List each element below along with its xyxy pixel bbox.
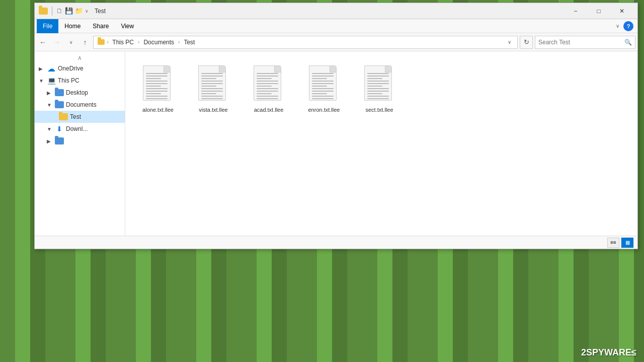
sidebar-scroll-up[interactable]: ∧ [35, 53, 125, 62]
sidebar-label-documents: Documents [66, 101, 97, 108]
nav-down-arrow[interactable]: ∨ [65, 36, 77, 48]
sidebar-item-downloads[interactable]: ▼ ⬇ Downl... [35, 123, 125, 135]
file-icon-vista [198, 65, 228, 103]
main-content: ∧ ▶ ☁ OneDrive ▼ 💻 This PC ▶ Desktop [35, 51, 637, 236]
nav-bar: ← → ∨ ↑ › This PC › Documents › Test ∨ ↻… [35, 33, 637, 51]
help-button[interactable]: ? [623, 21, 633, 31]
address-bar[interactable]: › This PC › Documents › Test ∨ [93, 36, 518, 49]
maximize-button[interactable]: □ [587, 4, 610, 19]
menu-home[interactable]: Home [58, 19, 87, 33]
menu-share[interactable]: Share [87, 19, 115, 33]
file-icon-alone [143, 65, 173, 103]
close-button[interactable]: ✕ [610, 4, 633, 19]
grid-view-button[interactable]: ▦ [621, 238, 633, 248]
sidebar-label-thispc: This PC [58, 77, 79, 84]
file-area: alone.txt.llee [125, 51, 637, 236]
more-folder-icon [55, 137, 64, 144]
menu-file[interactable]: File [37, 19, 58, 33]
file-page-alone [143, 65, 171, 101]
window-controls: − □ ✕ [564, 4, 633, 19]
sidebar-item-desktop[interactable]: ▶ Desktop [35, 87, 125, 99]
menu-expand-arrow[interactable]: ∨ [614, 22, 621, 30]
address-sep2: › [138, 39, 139, 45]
window-title: Test [95, 8, 564, 15]
title-folder-icon [39, 8, 48, 15]
title-bar-icons: 🗋 💾 📁 ∨ [39, 7, 89, 16]
list-view-icon: ≡≡ [610, 240, 616, 245]
desktop-expand: ▶ [47, 90, 55, 96]
status-bar: ≡≡ ▦ [35, 236, 637, 249]
address-sep1: › [107, 39, 108, 45]
documents-folder-icon [55, 101, 64, 108]
sidebar-label-test: Test [70, 113, 81, 120]
back-button[interactable]: ← [37, 36, 49, 48]
file-name-acad: acad.txt.llee [254, 106, 284, 113]
file-name-sect: sect.txt.llee [365, 106, 393, 113]
file-item-sect[interactable]: sect.txt.llee [357, 61, 402, 117]
file-page-vista [198, 65, 226, 101]
sidebar-item-onedrive[interactable]: ▶ ☁ OneDrive [35, 62, 125, 75]
file-name-alone: alone.txt.llee [142, 106, 174, 113]
minimize-button[interactable]: − [564, 4, 587, 19]
sidebar-item-test[interactable]: Test [35, 111, 125, 123]
address-path: › This PC › Documents › Test [98, 38, 197, 47]
file-lines-vista [201, 73, 223, 101]
sidebar-label-downloads: Downl... [66, 125, 88, 132]
sidebar-label-onedrive: OneDrive [58, 65, 84, 72]
documents-expand: ▼ [47, 102, 55, 108]
file-name-vista: vista.txt.llee [199, 106, 227, 113]
more-expand: ▶ [47, 138, 55, 144]
file-item-alone[interactable]: alone.txt.llee [135, 61, 181, 117]
file-icon-acad [254, 65, 284, 103]
file-item-acad[interactable]: acad.txt.llee [246, 61, 291, 117]
list-view-button[interactable]: ≡≡ [607, 238, 619, 248]
address-documents[interactable]: Documents [141, 38, 176, 47]
onedrive-icon: ☁ [47, 65, 56, 72]
file-lines-sect [367, 73, 389, 101]
sidebar-item-thispc[interactable]: ▼ 💻 This PC [35, 75, 125, 87]
grid-view-icon: ▦ [625, 240, 630, 245]
thispc-icon: 💻 [47, 77, 56, 84]
sidebar-item-more[interactable]: ▶ [35, 135, 125, 147]
quick-access-icon2: 💾 [65, 7, 73, 15]
up-button[interactable]: ↑ [79, 36, 91, 48]
menu-bar-right: ∨ ? [614, 21, 635, 31]
downloads-folder-icon: ⬇ [55, 125, 64, 132]
title-divider [52, 7, 52, 16]
file-name-enron: enron.txt.llee [308, 106, 340, 113]
desktop-folder-icon [55, 89, 64, 96]
watermark: 2SPYWARE≤ [581, 347, 636, 358]
menu-view[interactable]: View [115, 19, 140, 33]
file-page-enron [309, 65, 337, 101]
sidebar-item-documents[interactable]: ▼ Documents [35, 99, 125, 111]
file-lines-enron [312, 73, 334, 101]
quick-access-icon3: 📁 [75, 7, 83, 15]
file-lines-acad [257, 73, 278, 101]
file-icon-enron [309, 65, 339, 103]
sidebar-label-desktop: Desktop [66, 89, 88, 96]
forward-button[interactable]: → [51, 36, 63, 48]
file-lines-alone [146, 73, 168, 101]
file-page-sect [364, 65, 392, 101]
address-dropdown[interactable]: ∨ [506, 39, 513, 45]
address-folder-icon [98, 39, 105, 45]
quick-access-icon1: 🗋 [56, 7, 63, 15]
address-this-pc[interactable]: This PC [110, 38, 136, 47]
search-box[interactable]: 🔍 [535, 36, 635, 49]
refresh-button[interactable]: ↻ [520, 36, 533, 49]
file-page-acad [254, 65, 281, 101]
file-item-vista[interactable]: vista.txt.llee [191, 61, 236, 117]
title-bar: 🗋 💾 📁 ∨ Test − □ ✕ [35, 3, 637, 19]
search-input[interactable] [538, 39, 624, 46]
menu-bar: File Home Share View ∨ ? [35, 19, 637, 33]
search-icon: 🔍 [624, 39, 632, 46]
address-sep3: › [178, 39, 180, 45]
test-folder-icon [59, 113, 68, 120]
explorer-window: 🗋 💾 📁 ∨ Test − □ ✕ File Home Share View … [34, 3, 638, 249]
file-item-enron[interactable]: enron.txt.llee [301, 61, 347, 117]
address-test[interactable]: Test [182, 38, 197, 47]
sidebar: ∧ ▶ ☁ OneDrive ▼ 💻 This PC ▶ Desktop [35, 51, 125, 236]
thispc-expand: ▼ [39, 78, 47, 84]
downloads-expand: ▼ [47, 126, 55, 132]
quick-access-dropdown[interactable]: ∨ [85, 9, 89, 14]
